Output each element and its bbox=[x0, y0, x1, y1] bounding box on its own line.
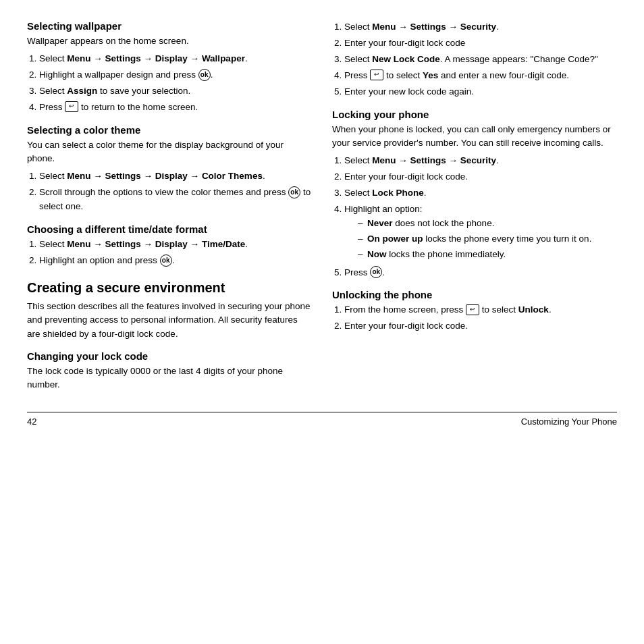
footer-section-title: Customizing Your Phone bbox=[521, 417, 617, 427]
ok-icon: ok bbox=[288, 186, 300, 198]
list-item: Select Assign to save your selection. bbox=[39, 84, 312, 99]
list-item: On power up locks the phone every time y… bbox=[358, 232, 617, 246]
list-item: Select Menu → Settings → Security. bbox=[344, 154, 617, 168]
ok-icon: ok bbox=[160, 254, 172, 267]
list-item: Select Menu → Settings → Display → Color… bbox=[39, 169, 312, 184]
heading-selecting-wallpaper: Selecting wallpaper bbox=[27, 20, 312, 32]
heading-time-date: Choosing a different time/date format bbox=[27, 223, 312, 235]
list-item: Scroll through the options to view the c… bbox=[39, 186, 312, 214]
list-item: Select Menu → Settings → Display → Time/… bbox=[39, 238, 312, 252]
list-time-date: Select Menu → Settings → Display → Time/… bbox=[39, 238, 312, 268]
page-content: Selecting wallpaper Wallpaper appears on… bbox=[27, 20, 617, 396]
intro-secure-environment: This section describes all the features … bbox=[27, 300, 312, 341]
lock-options-list: Never does not lock the phone. On power … bbox=[358, 217, 617, 262]
list-item: Never does not lock the phone. bbox=[358, 217, 617, 231]
list-item: Highlight an option: Never does not lock… bbox=[344, 203, 617, 262]
list-color-theme: Select Menu → Settings → Display → Color… bbox=[39, 169, 312, 214]
list-item: Enter your four-digit lock code. bbox=[344, 319, 617, 333]
list-wallpaper: Select Menu → Settings → Display → Wallp… bbox=[39, 52, 312, 115]
intro-locking-phone: When your phone is locked, you can call … bbox=[332, 123, 617, 151]
list-item: Select New Lock Code. A message appears:… bbox=[344, 53, 617, 67]
list-item: Enter your four-digit lock code. bbox=[344, 170, 617, 184]
heading-lock-code: Changing your lock code bbox=[27, 350, 312, 362]
list-item: Highlight an option and press ok. bbox=[39, 254, 312, 268]
list-change-lock-code: Select Menu → Settings → Security. Enter… bbox=[344, 20, 617, 99]
list-item: Press ↩ to return to the home screen. bbox=[39, 101, 312, 115]
list-item: From the home screen, press ↩ to select … bbox=[344, 303, 617, 317]
heading-unlocking-phone: Unlocking the phone bbox=[332, 289, 617, 300]
right-column: Select Menu → Settings → Security. Enter… bbox=[332, 20, 617, 396]
list-item: Select Lock Phone. bbox=[344, 186, 617, 200]
intro-color-theme: You can select a color theme for the dis… bbox=[27, 138, 312, 166]
heading-secure-environment: Creating a secure environment bbox=[27, 280, 312, 296]
list-item: Enter your new lock code again. bbox=[344, 85, 617, 99]
list-item: Now locks the phone immediately. bbox=[358, 248, 617, 262]
page-footer: 42 Customizing Your Phone bbox=[27, 412, 617, 427]
ok-icon: ok bbox=[198, 69, 211, 81]
menu-icon: ↩ bbox=[370, 70, 383, 80]
heading-color-theme: Selecting a color theme bbox=[27, 124, 312, 136]
list-item: Press ok. bbox=[344, 266, 617, 280]
list-item: Select Menu → Settings → Display → Wallp… bbox=[39, 52, 312, 66]
list-item: Enter your four-digit lock code bbox=[344, 36, 617, 51]
menu-icon: ↩ bbox=[65, 101, 78, 112]
intro-wallpaper: Wallpaper appears on the home screen. bbox=[27, 34, 312, 48]
list-unlocking-phone: From the home screen, press ↩ to select … bbox=[344, 303, 617, 333]
list-item: Select Menu → Settings → Security. bbox=[344, 20, 617, 34]
list-item: Highlight a wallpaper design and press o… bbox=[39, 68, 312, 82]
ok-icon: ok bbox=[370, 266, 382, 278]
list-item: Press ↩ to select Yes and enter a new fo… bbox=[344, 69, 617, 83]
list-locking-phone: Select Menu → Settings → Security. Enter… bbox=[344, 154, 617, 279]
intro-lock-code: The lock code is typically 0000 or the l… bbox=[27, 365, 312, 392]
footer-page-number: 42 bbox=[27, 417, 36, 427]
left-column: Selecting wallpaper Wallpaper appears on… bbox=[27, 20, 312, 396]
heading-locking-phone: Locking your phone bbox=[332, 109, 617, 120]
menu-icon: ↩ bbox=[466, 304, 479, 315]
